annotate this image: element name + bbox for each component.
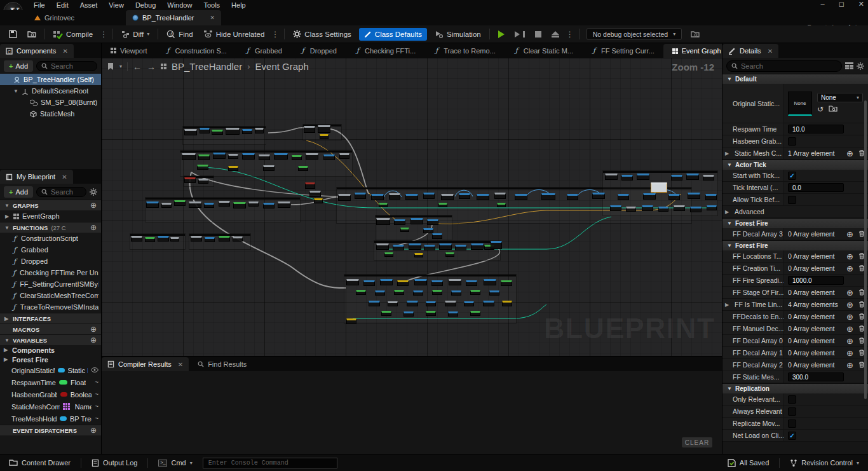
add-blueprint-item-button[interactable]: +Add [4, 186, 33, 198]
expander-caret-icon[interactable]: ▶ [5, 214, 10, 219]
graph-node[interactable] [376, 218, 390, 225]
play-options-kebab-icon[interactable]: ⋮ [564, 30, 576, 39]
add-element-icon[interactable]: ⊕ [846, 360, 853, 370]
graph-node[interactable] [219, 201, 230, 207]
bottom-tab-find-results[interactable]: Find Results [189, 357, 255, 371]
graph-node[interactable] [394, 290, 404, 295]
graph-node[interactable] [605, 174, 618, 180]
graph-tab-ff-setting-curr-[interactable]: ƒFF Setting Curr... [582, 43, 663, 58]
graph-node[interactable] [502, 301, 512, 306]
add-element-icon[interactable]: ⊕ [846, 324, 853, 334]
menu-view[interactable]: View [103, 1, 130, 10]
graph-node[interactable] [298, 166, 308, 171]
add-icon[interactable]: ⊕ [90, 201, 97, 210]
graph-node[interactable] [338, 194, 351, 201]
function-item[interactable]: ƒConstructionScript [0, 233, 101, 244]
graph-node[interactable] [356, 290, 366, 295]
graph-node[interactable] [384, 252, 393, 257]
graph-node[interactable] [643, 193, 656, 200]
details-category-actor-tick[interactable]: ▼Actor Tick [722, 160, 868, 170]
expander-caret-icon[interactable]: ▶ [4, 347, 9, 353]
add-component-button[interactable]: +Add [4, 60, 33, 72]
compile-button[interactable]: Compile [48, 27, 98, 42]
graph-node[interactable] [592, 193, 605, 199]
tab-level[interactable]: Grintovec [28, 10, 81, 25]
graph-node[interactable] [464, 301, 474, 306]
graph-node[interactable] [309, 191, 321, 197]
graph-node[interactable] [426, 301, 436, 306]
add-element-icon[interactable]: ⊕ [846, 252, 853, 261]
graph-node[interactable] [292, 155, 302, 160]
graph-tab-trace-to-remo-[interactable]: ƒTrace to Remo... [424, 43, 505, 58]
graph-node[interactable] [170, 237, 179, 242]
graph-node[interactable] [477, 194, 489, 200]
display-filter-icon[interactable] [845, 62, 853, 69]
graph-node[interactable] [375, 290, 385, 296]
graph-node[interactable] [432, 290, 442, 295]
graph-node[interactable] [637, 174, 649, 180]
graph-node[interactable] [445, 301, 456, 306]
expander-caret-icon[interactable]: ▶ [725, 151, 733, 156]
graph-tab-checking-ffti-[interactable]: ƒChecking FFTi... [346, 43, 424, 58]
eye-icon[interactable] [91, 367, 98, 374]
graph-node[interactable] [198, 179, 208, 184]
section-header-functions[interactable]: ▼FUNCTIONS(27 C⊕ [0, 222, 101, 233]
function-item[interactable]: ƒTraceToRemoveISMInstance [0, 301, 101, 313]
expander-caret-icon[interactable]: ▶ [725, 209, 733, 215]
variable-item[interactable]: TreeMeshHolderBP Tree~ [0, 413, 101, 425]
graph-node[interactable] [414, 279, 427, 285]
wave-icon[interactable]: ~ [95, 403, 98, 410]
add-icon[interactable]: ⊕ [90, 223, 97, 232]
graph-node[interactable] [212, 130, 223, 135]
graph-node[interactable] [491, 241, 502, 249]
debug-object-dropdown[interactable]: No debug object selected▾ [587, 28, 682, 40]
graph-node[interactable] [668, 194, 680, 200]
wave-icon[interactable]: ~ [95, 379, 98, 386]
menu-tools[interactable]: Tools [198, 1, 226, 10]
use-selected-asset-icon[interactable]: ↺ [817, 105, 824, 114]
graph-node[interactable] [686, 174, 699, 180]
add-icon[interactable]: ⊕ [90, 336, 97, 345]
menu-window[interactable]: Window [161, 1, 198, 10]
close-icon[interactable]: ✕ [210, 15, 215, 21]
details-tab[interactable]: Details ✕ [722, 44, 778, 58]
components-search-input[interactable]: Search [36, 61, 97, 71]
graph-node[interactable] [439, 243, 452, 250]
graph-node[interactable] [204, 203, 214, 208]
graph-node[interactable] [314, 198, 323, 203]
graph-node[interactable] [405, 194, 418, 200]
checkbox[interactable] [788, 420, 796, 428]
graph-node[interactable] [242, 129, 252, 134]
add-element-icon[interactable]: ⊕ [846, 336, 853, 346]
asset-thumbnail[interactable]: None [788, 92, 812, 116]
close-icon[interactable]: ✕ [62, 48, 67, 55]
graph-node[interactable] [263, 203, 275, 208]
graph-node[interactable] [705, 194, 717, 200]
variable-item[interactable]: OriginalStaticMesStatic M [0, 364, 101, 376]
graph-node[interactable] [278, 201, 290, 208]
graph-node[interactable] [459, 193, 470, 199]
output-log-button[interactable]: Output Log [88, 459, 141, 467]
graph-node[interactable] [658, 207, 668, 212]
event-graph-canvas[interactable]: ▾ ← → BP_TreeHandler › Event Graph Zoom … [102, 58, 722, 356]
graph-node[interactable] [389, 193, 400, 200]
value-input[interactable]: 1000.0 [788, 276, 844, 285]
graph-node[interactable] [304, 126, 315, 133]
section-header-variables[interactable]: ▼VARIABLES⊕ [0, 334, 101, 345]
add-element-icon[interactable]: ⊕ [846, 264, 853, 273]
graph-node[interactable] [426, 311, 436, 316]
add-element-icon[interactable]: ⊕ [846, 348, 853, 358]
variable-group[interactable]: ▶Components [0, 345, 101, 355]
graph-node[interactable] [363, 280, 375, 286]
graph-node[interactable] [379, 203, 388, 207]
details-search-input[interactable]: Search [726, 60, 842, 72]
graph-node[interactable] [376, 243, 389, 250]
expander-caret-icon[interactable]: ▶ [725, 302, 733, 308]
graph-node[interactable] [346, 318, 356, 324]
function-item[interactable]: ƒGrabbed [0, 244, 101, 256]
graph-node[interactable] [393, 245, 404, 250]
graph-node[interactable] [219, 236, 230, 242]
graph-node[interactable] [690, 207, 702, 212]
checkbox[interactable]: ✓ [788, 432, 796, 440]
forward-arrow-icon[interactable]: → [147, 62, 156, 72]
